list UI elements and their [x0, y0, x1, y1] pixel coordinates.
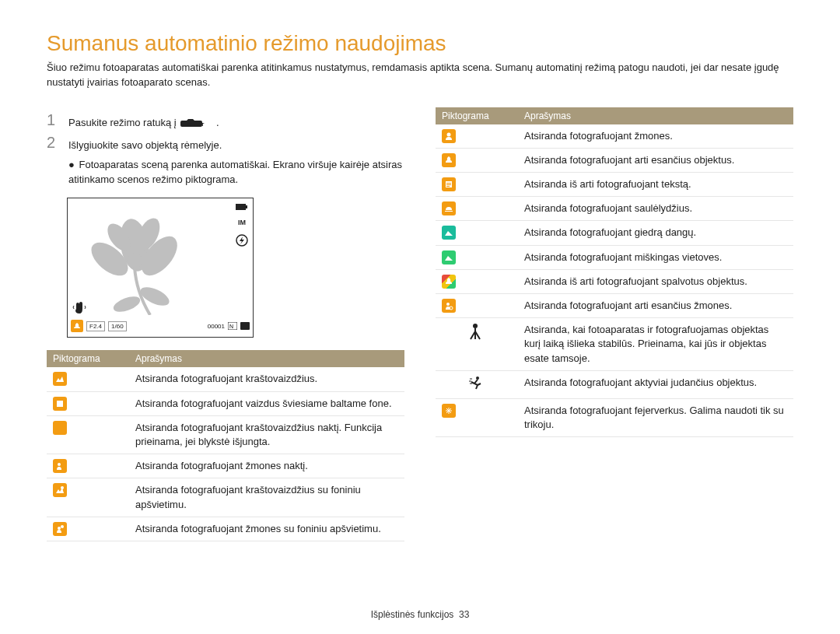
table-row: Atsiranda fotografuojant žmones naktį. — [47, 454, 404, 478]
step-1-number: 1 — [47, 112, 61, 128]
table-row: Atsiranda fotografuojant fejerverkus. Ga… — [436, 398, 793, 436]
svg-point-7 — [138, 284, 172, 310]
landscape-icon — [53, 372, 67, 386]
table-row: Atsiranda, kai fotoaparatas ir fotografu… — [436, 318, 793, 371]
im-label: IM — [238, 219, 246, 226]
card-icon — [240, 322, 250, 330]
th-desc: Aprašymas — [518, 107, 793, 124]
action-icon — [468, 376, 485, 390]
svg-rect-10 — [246, 205, 247, 208]
scene-macro-icon — [71, 320, 83, 332]
svg-rect-24 — [446, 186, 450, 187]
table-row: Atsiranda iš arti fotografuojant tekstą. — [436, 173, 793, 197]
macro-portrait-icon — [442, 299, 456, 313]
table-row: Atsiranda fotografuojant kraštovaizdžius… — [47, 415, 404, 454]
portrait-icon — [442, 129, 456, 143]
hand-stabilizer-icon — [72, 301, 86, 315]
step-1-text-a: Pasukite režimo ratuką į — [68, 117, 179, 128]
row-desc: Atsiranda fotografuojant giedrą dangų. — [518, 221, 793, 245]
table-row: Atsiranda fotografuojant saulėlydžius. — [436, 197, 793, 221]
row-desc: Atsiranda fotografuojant arti esančius o… — [518, 148, 793, 172]
color-macro-icon — [442, 275, 456, 289]
row-desc: Atsiranda fotografuojant kraštovaizdžius… — [129, 415, 404, 454]
footer-page: 33 — [459, 609, 469, 620]
table-row: Atsiranda fotografuojant miškingas vieto… — [436, 245, 793, 269]
svg-point-26 — [446, 303, 450, 306]
row-desc: Atsiranda fotografuojant žmones naktį. — [129, 454, 404, 478]
table-row: Atsiranda fotografuojant vaizdus šviesia… — [47, 391, 404, 415]
svg-point-16 — [58, 463, 61, 466]
step-1-text-b: . — [216, 117, 219, 128]
row-desc: Atsiranda fotografuojant kraštovaizdžius… — [129, 367, 404, 391]
fireworks-icon — [442, 404, 456, 418]
row-desc: Atsiranda fotografuojant aktyviai judanč… — [518, 370, 793, 398]
quality-icon: N — [228, 322, 237, 330]
svg-text:SMART: SMART — [187, 122, 205, 127]
forest-icon — [442, 250, 456, 264]
row-desc: Atsiranda fotografuojant žmones su fonin… — [129, 517, 404, 541]
right-icon-table: Piktograma Aprašymas Atsiranda fotografu… — [436, 107, 793, 438]
lcd-aperture: F2.4 — [86, 321, 105, 331]
step-1-text: Pasukite režimo ratuką į SMART . — [68, 112, 219, 131]
th-icon: Piktograma — [47, 350, 129, 367]
blue-sky-icon — [442, 226, 456, 240]
svg-rect-9 — [236, 204, 246, 210]
table-row: Atsiranda fotografuojant giedrą dangų. — [436, 221, 793, 245]
night-portrait-icon — [53, 459, 67, 473]
row-desc: Atsiranda fotografuojant arti esančius ž… — [518, 294, 793, 318]
macro-icon — [442, 153, 456, 167]
step-2-text: Išlygiuokite savo objektą rėmelyje. — [68, 135, 222, 153]
th-desc: Aprašymas — [129, 350, 404, 367]
footer-section: Išplėstinės funkcijos — [371, 609, 454, 620]
left-icon-table: Piktograma Aprašymas Atsiranda fotografu… — [47, 350, 404, 541]
step-2-bullet: Fotoaparatas sceną parenka automatiškai.… — [47, 158, 404, 187]
backlight-landscape-icon — [53, 483, 67, 497]
table-row: Atsiranda fotografuojant aktyviai judanč… — [436, 370, 793, 398]
svg-rect-23 — [446, 184, 451, 185]
svg-point-28 — [473, 324, 478, 328]
lcd-shutter: 1/60 — [108, 321, 127, 331]
svg-rect-14 — [240, 322, 250, 330]
row-desc: Atsiranda fotografuojant vaizdus šviesia… — [129, 391, 404, 415]
page-title: Sumanus automatinio režimo naudojimas — [47, 31, 793, 56]
smart-mode-icon: SMART — [179, 117, 213, 128]
row-desc: Atsiranda fotografuojant žmones. — [518, 124, 793, 149]
th-icon: Piktograma — [436, 107, 518, 124]
backlight-portrait-icon — [53, 522, 67, 536]
left-column: 1 Pasukite režimo ratuką į SMART . 2 Išl… — [47, 107, 404, 541]
battery-icon — [236, 203, 248, 211]
svg-rect-15 — [57, 401, 63, 407]
step-1: 1 Pasukite režimo ratuką į SMART . — [47, 112, 404, 131]
table-row: Atsiranda iš arti fotografuojant spalvot… — [436, 269, 793, 293]
intro-text: Šiuo režimu fotoaparatas automatiškai pa… — [47, 61, 793, 90]
svg-point-30 — [476, 377, 479, 380]
table-row: Atsiranda fotografuojant arti esančius o… — [436, 148, 793, 172]
text-macro-icon — [442, 177, 456, 191]
table-row: Atsiranda fotografuojant kraštovaizdžius… — [47, 478, 404, 517]
svg-point-8 — [111, 294, 142, 315]
row-desc: Atsiranda fotografuojant saulėlydžius. — [518, 197, 793, 221]
flash-off-icon — [236, 234, 248, 247]
night-landscape-icon — [53, 421, 67, 435]
row-desc: Atsiranda iš arti fotografuojant tekstą. — [518, 173, 793, 197]
page-footer: Išplėstinės funkcijos 33 — [0, 609, 840, 620]
svg-point-18 — [61, 525, 64, 528]
row-desc: Atsiranda fotografuojant fejerverkus. Ga… — [518, 398, 793, 436]
row-desc: Atsiranda fotografuojant miškingas vieto… — [518, 245, 793, 269]
table-row: Atsiranda fotografuojant kraštovaizdžius… — [47, 367, 404, 391]
svg-rect-29 — [474, 328, 476, 331]
svg-point-20 — [447, 132, 451, 136]
sunset-icon — [442, 201, 456, 215]
lcd-counter: 00001 — [208, 323, 225, 330]
flower-silhouette — [88, 214, 205, 315]
svg-text:N: N — [229, 324, 233, 329]
svg-rect-22 — [446, 183, 451, 184]
tripod-icon — [468, 323, 485, 340]
row-desc: Atsiranda fotografuojant kraštovaizdžius… — [129, 478, 404, 517]
svg-point-6 — [127, 253, 142, 268]
white-bg-icon — [53, 397, 67, 411]
table-row: Atsiranda fotografuojant arti esančius ž… — [436, 294, 793, 318]
step-2: 2 Išlygiuokite savo objektą rėmelyje. — [47, 135, 404, 153]
svg-rect-25 — [445, 211, 453, 212]
table-row: Atsiranda fotografuojant žmones su fonin… — [47, 517, 404, 541]
